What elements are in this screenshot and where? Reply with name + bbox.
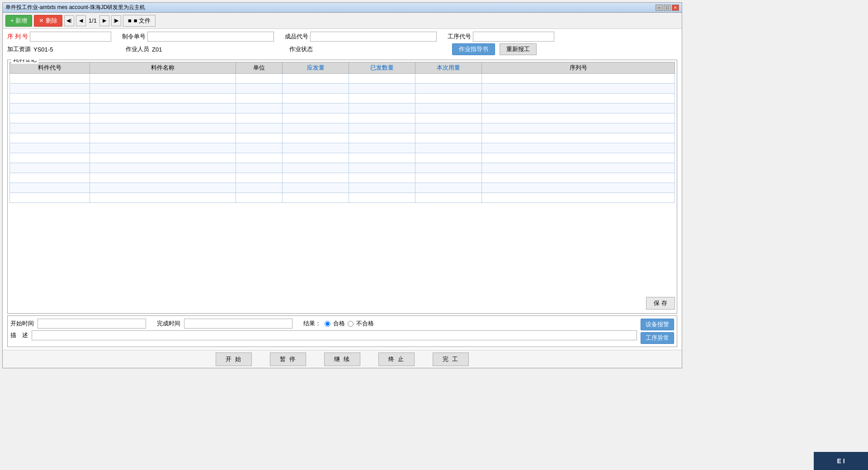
table-cell[interactable] <box>10 173 90 183</box>
table-cell[interactable] <box>90 133 236 143</box>
table-cell[interactable] <box>10 193 90 203</box>
table-cell[interactable] <box>236 163 283 173</box>
table-cell[interactable] <box>10 183 90 193</box>
table-cell[interactable] <box>349 173 415 183</box>
table-cell[interactable] <box>236 84 283 94</box>
table-cell[interactable] <box>283 123 349 133</box>
table-cell[interactable] <box>415 133 482 143</box>
table-cell[interactable] <box>236 103 283 113</box>
save-button[interactable]: 保 存 <box>646 297 675 310</box>
table-cell[interactable] <box>10 84 90 94</box>
table-cell[interactable] <box>482 123 675 133</box>
minimize-button[interactable]: ─ <box>656 5 663 11</box>
table-cell[interactable] <box>283 133 349 143</box>
table-cell[interactable] <box>10 143 90 153</box>
maximize-button[interactable]: □ <box>664 5 671 11</box>
resume-footer-button[interactable]: 继 续 <box>324 352 360 366</box>
delete-button[interactable]: ✕ 删除 <box>34 15 62 27</box>
table-cell[interactable] <box>482 153 675 163</box>
table-cell[interactable] <box>90 74 236 84</box>
complete-footer-button[interactable]: 完 工 <box>433 352 469 366</box>
table-cell[interactable] <box>415 123 482 133</box>
table-cell[interactable] <box>349 84 415 94</box>
table-cell[interactable] <box>349 133 415 143</box>
restart-button[interactable]: 重新报工 <box>500 43 537 55</box>
start-time-input[interactable] <box>38 319 146 329</box>
table-cell[interactable] <box>349 163 415 173</box>
table-cell[interactable] <box>482 173 675 183</box>
table-cell[interactable] <box>415 113 482 123</box>
table-cell[interactable] <box>283 163 349 173</box>
nav-next-button[interactable]: ▶ <box>99 15 109 26</box>
end-time-input[interactable] <box>184 319 292 329</box>
table-cell[interactable] <box>482 103 675 113</box>
process-input[interactable] <box>473 32 554 42</box>
table-cell[interactable] <box>10 103 90 113</box>
table-cell[interactable] <box>236 133 283 143</box>
anomaly-button[interactable]: 工序异常 <box>641 332 674 344</box>
table-cell[interactable] <box>482 94 675 103</box>
table-cell[interactable] <box>90 123 236 133</box>
table-cell[interactable] <box>236 94 283 103</box>
order-input[interactable] <box>147 32 274 42</box>
table-cell[interactable] <box>482 84 675 94</box>
table-cell[interactable] <box>283 94 349 103</box>
table-cell[interactable] <box>482 183 675 193</box>
alarm-button[interactable]: 设备报警 <box>641 319 674 330</box>
table-cell[interactable] <box>349 94 415 103</box>
table-cell[interactable] <box>10 163 90 173</box>
table-cell[interactable] <box>236 193 283 203</box>
table-cell[interactable] <box>349 153 415 163</box>
table-cell[interactable] <box>283 113 349 123</box>
table-cell[interactable] <box>90 163 236 173</box>
table-cell[interactable] <box>10 74 90 84</box>
table-cell[interactable] <box>349 123 415 133</box>
table-cell[interactable] <box>482 74 675 84</box>
table-cell[interactable] <box>349 183 415 193</box>
table-cell[interactable] <box>482 143 675 153</box>
table-cell[interactable] <box>236 153 283 163</box>
table-cell[interactable] <box>90 183 236 193</box>
table-cell[interactable] <box>90 84 236 94</box>
nav-prev-button[interactable]: ◀ <box>76 15 86 26</box>
table-cell[interactable] <box>283 183 349 193</box>
guide-button[interactable]: 作业指导书 <box>452 43 495 55</box>
add-button[interactable]: + 新增 <box>5 15 32 27</box>
table-cell[interactable] <box>415 103 482 113</box>
table-cell[interactable] <box>10 133 90 143</box>
table-cell[interactable] <box>283 143 349 153</box>
table-cell[interactable] <box>283 74 349 84</box>
table-cell[interactable] <box>415 84 482 94</box>
table-cell[interactable] <box>90 103 236 113</box>
file-button[interactable]: ■ ■ 文件 <box>123 15 156 27</box>
radio-fail[interactable] <box>348 321 354 327</box>
table-cell[interactable] <box>283 153 349 163</box>
table-cell[interactable] <box>10 113 90 123</box>
table-cell[interactable] <box>482 113 675 123</box>
table-cell[interactable] <box>10 153 90 163</box>
desc-input[interactable] <box>32 330 637 340</box>
radio-pass[interactable] <box>325 321 330 327</box>
table-cell[interactable] <box>90 143 236 153</box>
stop-footer-button[interactable]: 终 止 <box>378 352 415 366</box>
table-cell[interactable] <box>482 133 675 143</box>
table-cell[interactable] <box>10 94 90 103</box>
table-cell[interactable] <box>349 103 415 113</box>
close-button[interactable]: ✕ <box>672 5 679 11</box>
table-cell[interactable] <box>236 123 283 133</box>
table-cell[interactable] <box>415 183 482 193</box>
table-cell[interactable] <box>283 103 349 113</box>
table-cell[interactable] <box>236 74 283 84</box>
pause-footer-button[interactable]: 暂 停 <box>270 352 306 366</box>
table-cell[interactable] <box>415 193 482 203</box>
table-cell[interactable] <box>236 113 283 123</box>
table-cell[interactable] <box>90 113 236 123</box>
table-cell[interactable] <box>482 163 675 173</box>
table-cell[interactable] <box>283 84 349 94</box>
table-cell[interactable] <box>283 193 349 203</box>
product-input[interactable] <box>310 32 437 42</box>
table-cell[interactable] <box>90 153 236 163</box>
table-cell[interactable] <box>349 113 415 123</box>
table-cell[interactable] <box>415 153 482 163</box>
table-cell[interactable] <box>415 94 482 103</box>
